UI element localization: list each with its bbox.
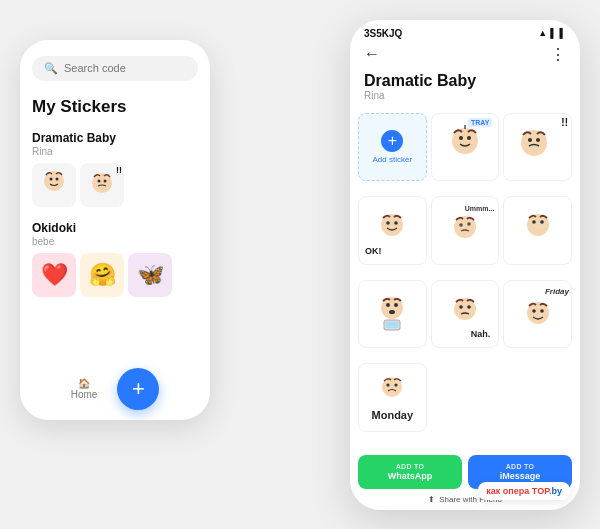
exclaim-label-1: !! [561,117,568,128]
add-to-whatsapp-button[interactable]: ADD TO WhatsApp [358,455,462,489]
sticker-grid: + Add sticker TRAY [350,109,580,447]
battery-icon: ▌ [560,28,566,38]
search-input[interactable] [64,62,186,74]
sticker-thumb-4: 🤗 [80,253,124,297]
sticker-preview-okidoki: ❤️ 🤗 🦋 [32,253,198,297]
svg-point-4 [98,179,101,182]
add-sticker-plus: + [381,130,403,152]
svg-point-25 [394,303,398,307]
status-icons: ▲ ▌ ▌ [538,28,566,38]
right-phone: 3S5KJQ ▲ ▌ ▌ ← ⋮ Dramatic Baby Rina + Ad… [350,20,580,510]
imessage-label: iMessage [500,471,541,481]
add-sticker-label: Add sticker [373,155,413,164]
top-nav: ← ⋮ [350,43,580,70]
sticker-cell-1: TRAY [431,113,500,182]
imessage-add-label: ADD TO [506,463,535,470]
search-bar[interactable]: 🔍 [32,56,198,81]
svg-point-17 [459,224,463,228]
sticker-pack-okidoki: Okidoki bebe ❤️ 🤗 🦋 [32,221,198,297]
svg-point-34 [540,309,544,313]
umm-label: Ummm... [465,205,495,212]
pack-header: Dramatic Baby Rina [350,70,580,109]
svg-point-11 [528,138,532,142]
status-time: 3S5KJQ [364,28,402,39]
nav-home[interactable]: 🏠 Home [71,378,98,400]
pack-name-okidoki: Okidoki [32,221,198,235]
sticker-thumb-5: 🦋 [128,253,172,297]
monday-label: Monday [372,409,414,421]
svg-point-30 [459,305,463,309]
svg-point-26 [389,310,395,314]
svg-point-2 [56,177,59,180]
svg-point-8 [467,136,471,140]
pack-title: Dramatic Baby [364,72,566,90]
svg-point-7 [459,136,463,140]
svg-point-33 [532,309,536,313]
sticker-preview-dramatic: !! [32,163,198,207]
watermark: как опера TOP.by [478,482,570,500]
fab-plus-icon: + [132,376,145,402]
ok-label: OK! [365,246,382,256]
my-stickers-title: My Stickers [32,97,198,117]
back-button[interactable]: ← [364,45,380,63]
whatsapp-add-label: ADD TO [396,463,425,470]
sticker-thumb-2: !! [80,163,124,207]
sticker-cell-7: Nah. [431,280,500,349]
whatsapp-label: WhatsApp [388,471,433,481]
nav-home-label: Home [71,389,98,400]
sticker-thumb-3: ❤️ [32,253,76,297]
friday-label: Friday [545,287,569,296]
more-options-button[interactable]: ⋮ [550,45,566,64]
svg-point-24 [386,303,390,307]
bottom-nav: 🏠 Home + [20,368,210,410]
svg-point-37 [395,384,398,387]
svg-point-36 [387,384,390,387]
svg-rect-28 [386,322,398,328]
tray-label: TRAY [468,118,492,127]
sticker-cell-6 [358,280,427,349]
add-sticker-cell[interactable]: + Add sticker [358,113,427,182]
sticker-cell-5 [503,196,572,265]
home-icon: 🏠 [78,378,90,389]
svg-point-15 [395,222,399,226]
sticker-cell-8: Friday [503,280,572,349]
svg-point-12 [536,138,540,142]
svg-point-21 [532,221,536,225]
svg-point-5 [104,179,107,182]
watermark-text: как опера TOP.by [486,486,562,496]
pack-author-okidoki: bebe [32,236,198,247]
svg-point-31 [467,305,471,309]
pack-author-dramatic: Rina [32,146,198,157]
search-icon: 🔍 [44,62,58,75]
share-icon: ⬆ [428,495,435,504]
svg-point-1 [50,177,53,180]
nah-label: Nah. [471,329,491,339]
sticker-pack-dramatic: Dramatic Baby Rina [32,131,198,207]
pack-author: Rina [364,90,566,101]
fab-button[interactable]: + [117,368,159,410]
sticker-cell-3: OK! [358,196,427,265]
pack-name-dramatic: Dramatic Baby [32,131,198,145]
sticker-cell-2: !! [503,113,572,182]
sticker-cell-4: Ummm... [431,196,500,265]
sticker-cell-9: Monday [358,363,427,432]
left-phone: 🔍 My Stickers Dramatic Baby Rina [20,40,210,420]
svg-point-22 [540,221,544,225]
wifi-icon: ▌ [550,28,556,38]
status-bar: 3S5KJQ ▲ ▌ ▌ [350,20,580,43]
scene: 🔍 My Stickers Dramatic Baby Rina [20,20,580,510]
svg-point-14 [387,222,391,226]
signal-icon: ▲ [538,28,547,38]
svg-point-18 [467,223,471,227]
sticker-thumb-1 [32,163,76,207]
